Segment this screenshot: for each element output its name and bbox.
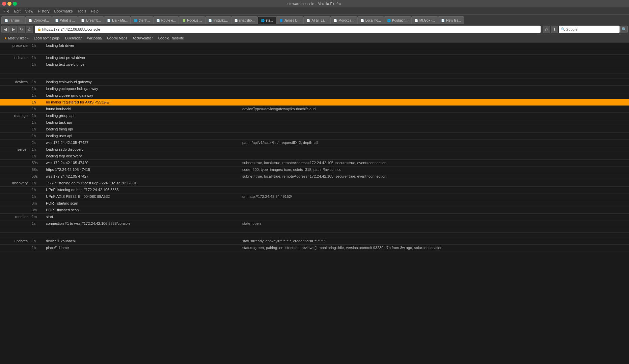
menu-file[interactable]: File — [1, 8, 11, 14]
bookmark-google-maps[interactable]: Google Maps — [105, 36, 129, 41]
menu-history[interactable]: History — [36, 8, 51, 14]
log-extra-31: status=green, pairing=on, strict=on, rev… — [240, 245, 629, 251]
log-message-8: loading zigbee-gmo gateway — [44, 92, 629, 99]
log-row-31: 1hplace/1 Homestatus=green, pairing=on, … — [0, 245, 629, 251]
tab-1[interactable]: 📄Complet... — [25, 16, 52, 24]
log-message-12: loading task api — [44, 119, 629, 126]
log-time-2: 1h — [30, 55, 44, 61]
log-spacer-1 — [0, 49, 629, 55]
tab-3[interactable]: 📄Dreamb... — [78, 16, 104, 24]
bookmark-accuweather[interactable]: AccuWeather — [131, 36, 155, 41]
log-category-27 — [0, 220, 30, 227]
log-row-22: 1hUPnP listening on http://172.24.42.106… — [0, 187, 629, 193]
log-row-13: 1hloading thing api — [0, 126, 629, 133]
forward-button[interactable]: ▶ — [9, 26, 17, 33]
log-message-0: loading fob driver — [44, 42, 629, 49]
bookmark-buienradar[interactable]: Buienradar — [63, 36, 84, 41]
tab-steward[interactable]: 🌐ste... — [258, 16, 276, 24]
address-input[interactable] — [42, 27, 539, 31]
bookmark-local-home[interactable]: Local home page — [32, 36, 62, 41]
back-button[interactable]: ◀ — [1, 26, 9, 33]
log-message-7: loading yoctopuce-hub gateway — [44, 86, 629, 92]
tab-route[interactable]: 📄Route e... — [153, 16, 179, 24]
log-row-18: 59swss 172.24.42.105 47420subnet=true, l… — [0, 160, 629, 166]
log-message-31: place/1 Home — [44, 245, 240, 251]
log-extra-23: url=http://172.24.42.34:49152/ — [240, 193, 629, 200]
log-time-20: 58s — [30, 173, 44, 180]
log-row-2: indicator1hloading text-prowl driver — [0, 55, 629, 61]
reload-button[interactable]: ↻ — [18, 26, 25, 33]
tab-5[interactable]: 🌐the th... — [131, 16, 153, 24]
log-time-27: 1s — [30, 220, 44, 227]
log-time-26: 1m — [30, 214, 44, 220]
tab-13[interactable]: 📄Morocca... — [330, 16, 357, 24]
log-message-15: wss 172.24.42.105 47427 — [44, 140, 240, 146]
menu-edit[interactable]: Edit — [12, 8, 23, 14]
download-button[interactable]: ⬇ — [551, 26, 558, 33]
log-row-6: devices1hloading tesla-cloud gateway — [0, 79, 629, 86]
log-category-0: presence — [0, 42, 30, 49]
close-button[interactable] — [2, 2, 6, 6]
tab-17[interactable]: 📄New Iss... — [438, 16, 464, 24]
tab-14[interactable]: 📄Local ho... — [357, 16, 384, 24]
log-message-18: wss 172.24.42.105 47420 — [44, 160, 240, 166]
menu-bookmarks[interactable]: Bookmarks — [52, 8, 75, 14]
search-go-button[interactable]: 🔍 — [620, 26, 628, 33]
menu-help[interactable]: Help — [89, 8, 101, 14]
log-extra-15: path=/api/v1/actor/list/, requestID=2, d… — [240, 140, 629, 146]
log-message-24: PORT starting scan — [44, 200, 629, 207]
log-category-8 — [0, 92, 30, 99]
menu-view[interactable]: View — [23, 8, 35, 14]
log-time-15: 2s — [30, 140, 44, 146]
tab-7[interactable]: 📗Node.js ... — [179, 16, 205, 24]
tab-4[interactable]: 📄Dark Ma... — [104, 16, 131, 24]
log-row-12: 1hloading task api — [0, 119, 629, 126]
log-row-7: 1hloading yoctopuce-hub gateway — [0, 86, 629, 92]
log-row-10: 1hfound koubachideviceType=/device/gatew… — [0, 106, 629, 113]
log-row-30: .updates1hdevice/1 koubachistatus=ready,… — [0, 238, 629, 245]
tab-16[interactable]: 📄Mt.Gox -... — [411, 16, 438, 24]
window-controls — [2, 2, 17, 6]
minimize-button[interactable] — [7, 2, 11, 6]
log-row-21: discovery1hTSRP listening on multicast u… — [0, 180, 629, 187]
log-category-24 — [0, 200, 30, 207]
tab-12[interactable]: 📄AT&T La... — [303, 16, 330, 24]
log-time-7: 1h — [30, 86, 44, 92]
log-time-3: 1h — [30, 61, 44, 68]
log-extra-18: subnet=true, local=true, remoteAddress=1… — [240, 160, 629, 166]
log-message-30: device/1 koubachi — [44, 238, 240, 244]
log-row-17: 1hloading tsrp discovery — [0, 153, 629, 160]
bookmark-google-translate[interactable]: Google Translate — [156, 36, 186, 41]
browser-frame: steward console - Mozilla Firefox File E… — [0, 0, 629, 42]
log-message-11: loading group api — [44, 113, 629, 119]
tab-15[interactable]: 🌐Koubach... — [384, 16, 411, 24]
bookmark-wikipedia[interactable]: Wikipedia — [85, 36, 104, 41]
log-category-20 — [0, 173, 30, 180]
log-time-6: 1h — [30, 79, 44, 85]
log-message-14: loading user api — [44, 133, 629, 139]
tab-0[interactable]: 📄ransmi... — [1, 16, 25, 24]
window-title: steward console - Mozilla Firefox — [288, 2, 341, 6]
bookmark-star-button[interactable]: ☆ — [543, 26, 550, 33]
log-time-23: 1h — [30, 193, 44, 200]
log-time-13: 1h — [30, 126, 44, 132]
search-input[interactable] — [566, 27, 618, 31]
home-button[interactable]: ⌂ — [26, 26, 33, 33]
menu-tools[interactable]: Tools — [76, 8, 88, 14]
log-time-25: 3m — [30, 207, 44, 213]
log-row-26: monitor1mstart — [0, 214, 629, 220]
log-category-7 — [0, 86, 30, 92]
log-extra-10: deviceType=/device/gateway/koubachi/clou… — [240, 106, 629, 112]
log-time-21: 1h — [30, 180, 44, 186]
tab-9[interactable]: 📄snapsho... — [231, 16, 258, 24]
log-extra-20: subnet=true, local=true, remoteAddress=1… — [240, 173, 629, 180]
tab-what-is[interactable]: 📄What is ... — [52, 16, 78, 24]
maximize-button[interactable] — [13, 2, 17, 6]
bookmark-most-visited[interactable]: ★ Most Visited - — [2, 36, 30, 41]
tab-11[interactable]: 📘James D... — [276, 16, 303, 24]
log-category-3 — [0, 61, 30, 68]
address-bar-container: 🔒 — [35, 26, 541, 33]
tab-8[interactable]: 📄Install(1... — [205, 16, 231, 24]
log-row-16: server1hloading ssdp discovery — [0, 146, 629, 153]
log-extra-27: state=open — [240, 220, 629, 227]
